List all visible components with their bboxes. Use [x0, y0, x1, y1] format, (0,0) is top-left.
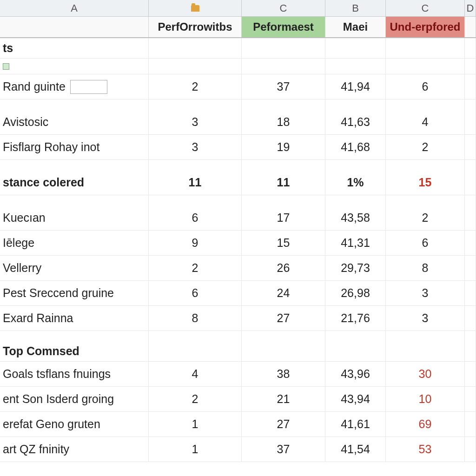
row-label[interactable]: Goals tsflans fnuings [0, 362, 149, 386]
field-head-peformaest[interactable]: Peformaest [242, 17, 325, 37]
cell-value[interactable]: 18 [242, 110, 325, 134]
cell-value[interactable]: 2 [386, 135, 465, 159]
cell-value[interactable]: 26 [242, 256, 325, 280]
cell-value[interactable]: 69 [386, 412, 465, 436]
section-header[interactable]: ts [0, 38, 149, 58]
cell-value[interactable]: 11 [242, 170, 325, 195]
cell-value[interactable]: 1% [325, 170, 386, 195]
cell-value[interactable]: 38 [242, 362, 325, 386]
cell-value[interactable]: 10 [386, 387, 465, 411]
field-head-perforrowitbs[interactable]: PerfOrrowitbs [149, 17, 242, 37]
field-header-row: PerfOrrowitbs Peformaest Maei Und-erpfor… [0, 17, 476, 38]
cell-value[interactable]: 21,76 [325, 306, 386, 331]
col-letter-b2[interactable]: B [325, 0, 386, 16]
cell-value[interactable]: 30 [386, 362, 465, 386]
cell-value[interactable]: 43,58 [325, 205, 386, 230]
table-row: Rand guinte23741,946 [0, 74, 476, 99]
cell-value[interactable]: 26,98 [325, 281, 386, 305]
spreadsheet: A C B C D PerfOrrowitbs Peformaest Maei … [0, 0, 476, 462]
cell-value[interactable]: 2 [149, 256, 242, 280]
table-row: Exard Rainna82721,763 [0, 306, 476, 331]
cell-value[interactable]: 21 [242, 387, 325, 411]
cell-value[interactable]: 41,54 [325, 437, 386, 462]
cell-value[interactable]: 6 [149, 205, 242, 230]
field-head-underpfored[interactable]: Und-erpfored [386, 17, 465, 37]
table-row: Avistosic31841,634 [0, 110, 476, 135]
cell-value[interactable]: 6 [386, 74, 465, 99]
table-row: Goals tsflans fnuings43843,9630 [0, 362, 476, 387]
row-label[interactable]: Avistosic [0, 110, 149, 134]
cell-value[interactable]: 53 [386, 437, 465, 462]
row-label[interactable]: ent Son Isderd groing [0, 387, 149, 411]
cell-value[interactable]: 37 [242, 74, 325, 99]
row-label[interactable]: art QZ fninity [0, 437, 149, 462]
cell-value[interactable]: 41,94 [325, 74, 386, 99]
column-letter-row: A C B C D [0, 0, 476, 17]
cell-value[interactable]: 6 [386, 231, 465, 255]
cell-value[interactable]: 3 [386, 281, 465, 305]
row-label-text: Exard Rainna [3, 311, 73, 325]
cell-value[interactable]: 43,96 [325, 362, 386, 386]
table-row [0, 160, 476, 170]
cell-value[interactable]: 4 [386, 110, 465, 134]
cell-value[interactable]: 8 [149, 306, 242, 331]
table-row: stance colered11111%15 [0, 170, 476, 195]
row-label-text: Rand guinte [3, 80, 66, 93]
cell-value[interactable]: 19 [242, 135, 325, 159]
field-head-blank[interactable] [0, 17, 149, 37]
field-head-last[interactable] [465, 17, 476, 37]
row-label-text: Goals tsflans fnuings [3, 367, 111, 381]
cell-value[interactable]: 6 [149, 281, 242, 305]
row-label-text: Fisflarg Rohay inot [3, 140, 99, 154]
table-row: erefat Geno gruten12741,6169 [0, 412, 476, 437]
section-header[interactable]: stance colered [0, 170, 149, 195]
cell-value[interactable]: 27 [242, 412, 325, 436]
cell-value[interactable]: 15 [386, 170, 465, 195]
cell-value[interactable]: 41,63 [325, 110, 386, 134]
row-label[interactable]: Exard Rainna [0, 306, 149, 331]
cell-value[interactable]: 2 [149, 387, 242, 411]
row-label[interactable]: erefat Geno gruten [0, 412, 149, 436]
row-label[interactable]: Fisflarg Rohay inot [0, 135, 149, 159]
cell-value[interactable]: 43,94 [325, 387, 386, 411]
table-row: ent Son Isderd groing22143,9410 [0, 387, 476, 412]
cell-value[interactable]: 17 [242, 205, 325, 230]
cell-value[interactable]: 24 [242, 281, 325, 305]
cell-value[interactable]: 4 [149, 362, 242, 386]
cell-value[interactable]: 1 [149, 437, 242, 462]
cell-value[interactable]: 3 [386, 306, 465, 331]
row-label[interactable]: Rand guinte [0, 74, 149, 99]
row-label[interactable]: Pest Sreccend gruine [0, 281, 149, 305]
table-row [0, 59, 476, 74]
cell-value[interactable]: 15 [242, 231, 325, 255]
cell-value[interactable]: 3 [149, 135, 242, 159]
icon-cell[interactable] [0, 59, 149, 74]
cell-value[interactable]: 3 [149, 110, 242, 134]
col-letter-a[interactable]: A [0, 0, 149, 16]
col-letter-b-folder[interactable] [149, 0, 242, 16]
cell-value[interactable]: 27 [242, 306, 325, 331]
cell-value[interactable]: 2 [149, 74, 242, 99]
cell-value[interactable]: 41,31 [325, 231, 386, 255]
row-label-text: art QZ fninity [3, 443, 69, 456]
inline-input[interactable] [70, 80, 107, 94]
field-head-maei[interactable]: Maei [325, 17, 386, 37]
col-letter-c1[interactable]: C [242, 0, 325, 16]
cell-value[interactable]: 8 [386, 256, 465, 280]
col-letter-c2[interactable]: C [386, 0, 465, 16]
row-label[interactable]: Iēlege [0, 231, 149, 255]
cell-value[interactable]: 11 [149, 170, 242, 195]
row-label[interactable]: Vellerry [0, 256, 149, 280]
cell-value[interactable]: 37 [242, 437, 325, 462]
cell-value[interactable]: 9 [149, 231, 242, 255]
col-letter-d[interactable]: D [465, 0, 476, 16]
cell-value[interactable]: 29,73 [325, 256, 386, 280]
cell-value[interactable]: 2 [386, 205, 465, 230]
cell-value[interactable]: 1 [149, 412, 242, 436]
table-row [0, 331, 476, 341]
section-header[interactable]: Top Comnsed [0, 341, 149, 361]
table-row: Iēlege91541,316 [0, 231, 476, 256]
row-label[interactable]: Kuecıan [0, 205, 149, 230]
cell-value[interactable]: 41,68 [325, 135, 386, 159]
cell-value[interactable]: 41,61 [325, 412, 386, 436]
